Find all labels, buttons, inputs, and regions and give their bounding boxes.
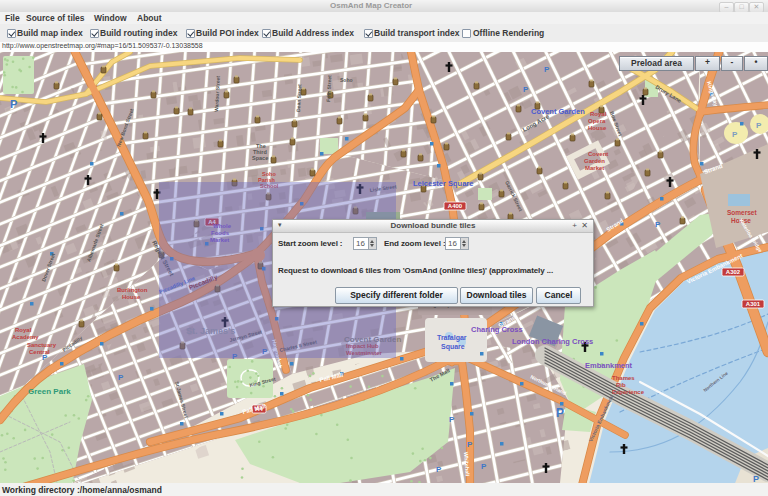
svg-text:Space: Space <box>252 155 268 161</box>
svg-text:Trafalgar: Trafalgar <box>437 334 467 342</box>
svg-text:Covent: Covent <box>588 151 608 157</box>
svg-text:P: P <box>756 121 762 130</box>
svg-text:P: P <box>436 465 442 474</box>
svg-text:Experience: Experience <box>612 389 645 395</box>
svg-text:P: P <box>10 98 17 110</box>
svg-text:P: P <box>523 85 529 94</box>
svg-text:Central: Central <box>29 349 50 355</box>
svg-text:Rib: Rib <box>616 382 626 388</box>
svg-text:P: P <box>467 440 473 449</box>
svg-text:P: P <box>556 406 564 420</box>
svg-text:Embankment: Embankment <box>585 361 633 370</box>
svg-text:Market: Market <box>585 165 604 171</box>
svg-text:Royal: Royal <box>590 111 607 117</box>
svg-text:Burlington: Burlington <box>117 287 148 293</box>
svg-text:Somerset: Somerset <box>727 209 757 216</box>
svg-text:Garden: Garden <box>584 158 605 164</box>
svg-text:House: House <box>588 125 607 131</box>
svg-text:House: House <box>122 294 141 300</box>
svg-text:P: P <box>449 415 455 424</box>
svg-text:P: P <box>481 462 487 471</box>
svg-text:P: P <box>732 130 738 139</box>
svg-text:Thames: Thames <box>612 375 635 381</box>
svg-text:Charing Cross: Charing Cross <box>471 325 523 334</box>
svg-text:P: P <box>544 65 550 74</box>
svg-text:P: P <box>655 220 661 229</box>
svg-text:P: P <box>118 373 124 382</box>
svg-text:Leicester Square: Leicester Square <box>413 179 473 188</box>
svg-text:London Charing Cross: London Charing Cross <box>512 337 593 346</box>
svg-text:Soho: Soho <box>340 77 353 83</box>
svg-text:Opera: Opera <box>588 118 606 124</box>
svg-text:Royal: Royal <box>15 327 32 333</box>
svg-text:Covent Garden: Covent Garden <box>531 107 585 116</box>
svg-text:A301: A301 <box>746 301 761 307</box>
svg-text:A400: A400 <box>448 203 463 209</box>
svg-text:Academy: Academy <box>12 334 39 340</box>
svg-text:P: P <box>753 474 759 483</box>
svg-text:Sanctuary: Sanctuary <box>27 342 57 348</box>
svg-text:Square: Square <box>441 343 465 351</box>
svg-text:Green Park: Green Park <box>28 387 71 396</box>
svg-text:A302: A302 <box>726 269 741 275</box>
